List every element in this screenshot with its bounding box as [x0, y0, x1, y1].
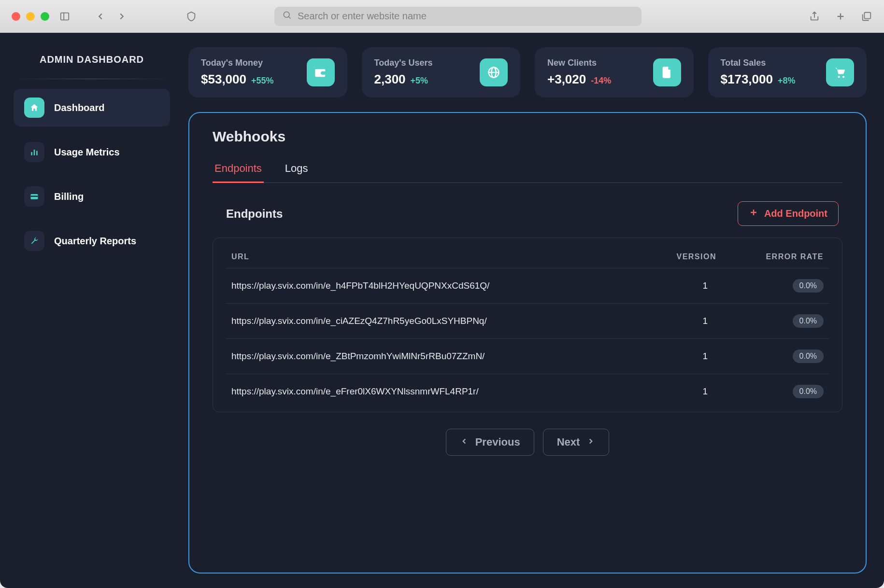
tabs: Endpoints Logs — [213, 157, 842, 183]
prev-label: Previous — [475, 436, 520, 448]
stat-value: $173,000 — [721, 72, 773, 87]
sidebar-title: ADMIN DASHBOARD — [14, 47, 170, 79]
minimize-window-button[interactable] — [26, 12, 35, 21]
close-window-button[interactable] — [12, 12, 20, 21]
cell-version: 1 — [642, 339, 722, 374]
svg-rect-9 — [34, 150, 35, 155]
stat-card-money: Today's Money $53,000 +55% — [188, 47, 347, 98]
svg-rect-0 — [61, 13, 69, 20]
error-badge: 0.0% — [793, 279, 824, 293]
sidebar-item-label: Billing — [54, 191, 84, 202]
subheader-row: Endpoints Add Endpoint — [213, 201, 842, 226]
sidebar-item-billing[interactable]: Billing — [14, 178, 170, 215]
app-root: ADMIN DASHBOARD Dashboard Usage Metrics … — [0, 33, 884, 588]
maximize-window-button[interactable] — [41, 12, 49, 21]
chevron-left-icon — [460, 436, 469, 448]
panel-title: Webhooks — [213, 128, 842, 145]
cell-url: https://play.svix.com/in/e_ZBtPmzomhYwiM… — [226, 339, 642, 374]
add-endpoint-button[interactable]: Add Endpoint — [738, 201, 839, 226]
cell-url: https://play.svix.com/in/e_ciAZEzQ4Z7hR5… — [226, 304, 642, 339]
endpoints-table: URL VERSION ERROR RATE https://play.svix… — [226, 246, 829, 409]
webhooks-panel: Webhooks Endpoints Logs Endpoints Add En… — [188, 112, 867, 574]
error-badge: 0.0% — [793, 350, 824, 363]
stat-card-users: Today's Users 2,300 +5% — [362, 47, 521, 98]
address-bar[interactable]: Search or enter website name — [274, 7, 642, 26]
cell-error-rate: 0.0% — [722, 374, 829, 409]
cell-version: 1 — [642, 304, 722, 339]
stat-label: Total Sales — [721, 58, 796, 68]
table-row[interactable]: https://play.svix.com/in/e_h4FPbT4blH2HY… — [226, 268, 829, 304]
svg-rect-12 — [31, 196, 38, 197]
cell-version: 1 — [642, 374, 722, 409]
tabs-overview-icon[interactable] — [861, 11, 872, 22]
bar-chart-icon — [24, 142, 44, 162]
cell-url: https://play.svix.com/in/e_eFrer0lX6WXYN… — [226, 374, 642, 409]
svg-point-13 — [323, 72, 324, 74]
stat-value: 2,300 — [374, 72, 406, 87]
svg-line-3 — [289, 17, 291, 19]
svg-point-17 — [838, 76, 840, 78]
endpoints-table-wrap: URL VERSION ERROR RATE https://play.svix… — [213, 238, 842, 412]
table-row[interactable]: https://play.svix.com/in/e_eFrer0lX6WXYN… — [226, 374, 829, 409]
wallet-icon — [307, 58, 335, 86]
sidebar: ADMIN DASHBOARD Dashboard Usage Metrics … — [0, 33, 184, 588]
stat-delta: +8% — [778, 76, 796, 86]
table-row[interactable]: https://play.svix.com/in/e_ciAZEzQ4Z7hR5… — [226, 304, 829, 339]
col-error-rate: ERROR RATE — [722, 246, 829, 268]
stat-delta: -14% — [591, 76, 611, 86]
cart-icon — [826, 58, 854, 86]
next-page-button[interactable]: Next — [543, 429, 610, 456]
svg-rect-8 — [31, 152, 32, 155]
cell-version: 1 — [642, 268, 722, 304]
traffic-lights — [12, 12, 49, 21]
svg-point-18 — [842, 76, 844, 78]
col-version: VERSION — [642, 246, 722, 268]
chevron-right-icon — [586, 436, 595, 448]
cell-url: https://play.svix.com/in/e_h4FPbT4blH2HY… — [226, 268, 642, 304]
wrench-icon — [24, 231, 44, 251]
stat-delta: +55% — [251, 76, 274, 86]
file-icon — [653, 58, 681, 86]
svg-rect-7 — [864, 12, 870, 18]
browser-chrome: Search or enter website name — [0, 0, 884, 33]
stat-card-sales: Total Sales $173,000 +8% — [708, 47, 867, 98]
sidebar-item-label: Usage Metrics — [54, 147, 120, 158]
table-row[interactable]: https://play.svix.com/in/e_ZBtPmzomhYwiM… — [226, 339, 829, 374]
card-icon — [24, 186, 44, 207]
add-endpoint-label: Add Endpoint — [764, 208, 827, 219]
col-url: URL — [226, 246, 642, 268]
globe-icon — [480, 58, 508, 86]
back-button-icon[interactable] — [95, 11, 106, 22]
sidebar-toggle-icon[interactable] — [59, 11, 71, 22]
sidebar-item-label: Quarterly Reports — [54, 236, 136, 247]
sidebar-item-label: Dashboard — [54, 102, 104, 113]
sidebar-item-dashboard[interactable]: Dashboard — [14, 89, 170, 126]
home-icon — [24, 98, 44, 118]
forward-button-icon[interactable] — [116, 11, 128, 22]
share-icon[interactable] — [809, 11, 820, 22]
svg-rect-10 — [36, 151, 38, 155]
cell-error-rate: 0.0% — [722, 339, 829, 374]
stat-delta: +5% — [411, 76, 428, 86]
sidebar-item-quarterly-reports[interactable]: Quarterly Reports — [14, 222, 170, 260]
sidebar-divider — [14, 79, 170, 79]
search-icon — [282, 10, 292, 22]
stat-card-clients: New Clients +3,020 -14% — [535, 47, 694, 98]
shield-icon[interactable] — [185, 11, 197, 22]
stat-label: New Clients — [547, 58, 611, 68]
cell-error-rate: 0.0% — [722, 268, 829, 304]
pagination: Previous Next — [213, 429, 842, 456]
stat-value: +3,020 — [547, 72, 586, 87]
tab-logs[interactable]: Logs — [283, 157, 310, 183]
prev-page-button[interactable]: Previous — [446, 429, 534, 456]
stat-value: $53,000 — [201, 72, 246, 87]
next-label: Next — [557, 436, 580, 448]
tab-endpoints[interactable]: Endpoints — [213, 157, 264, 183]
svg-point-2 — [284, 12, 289, 17]
new-tab-icon[interactable] — [835, 11, 846, 22]
sidebar-item-usage-metrics[interactable]: Usage Metrics — [14, 133, 170, 171]
plus-icon — [749, 208, 758, 220]
cell-error-rate: 0.0% — [722, 304, 829, 339]
stat-label: Today's Users — [374, 58, 433, 68]
error-badge: 0.0% — [793, 314, 824, 328]
